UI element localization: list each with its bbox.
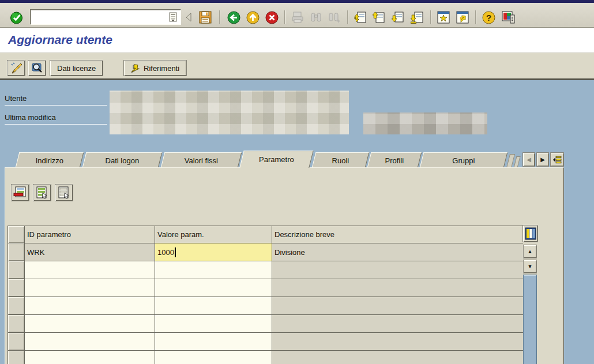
riferimenti-button[interactable]: Riferimenti — [123, 60, 187, 76]
first-page-button[interactable] — [352, 9, 369, 25]
page-up-button[interactable] — [371, 9, 388, 25]
last-page-button[interactable] — [409, 9, 426, 25]
scroll-down-button[interactable]: ▼ — [523, 260, 537, 273]
tab-scroll-left-button[interactable]: ◀ — [522, 152, 535, 167]
row-selector[interactable] — [8, 279, 25, 297]
new-session-button[interactable] — [435, 9, 452, 25]
layout-icon — [501, 10, 516, 24]
param-value-cell[interactable] — [155, 315, 272, 333]
tab-label: Profili — [370, 153, 419, 168]
column-header-description[interactable]: Descrizione breve — [272, 226, 523, 243]
tab-label: Dati logon — [85, 153, 160, 168]
display-button[interactable] — [28, 60, 46, 76]
tab-list-button[interactable] — [550, 152, 564, 167]
param-description-cell — [272, 351, 523, 364]
riferimenti-label: Riferimenti — [144, 64, 179, 73]
param-id-cell[interactable] — [25, 261, 155, 279]
up-button[interactable] — [244, 9, 261, 25]
param-description-cell — [272, 315, 523, 333]
param-value-cell[interactable] — [155, 261, 272, 279]
param-value-cell[interactable] — [155, 333, 272, 351]
magnifier-document-icon — [30, 61, 44, 75]
back-arrow-icon — [227, 10, 241, 25]
column-header-id[interactable]: ID parametro — [25, 226, 155, 243]
hidden-tabs-edge — [514, 156, 521, 168]
param-value-cell[interactable] — [155, 351, 272, 364]
param-value-cell[interactable] — [155, 279, 272, 297]
command-field[interactable] — [30, 9, 181, 25]
param-value-cell[interactable] — [155, 297, 272, 315]
param-id-cell[interactable] — [25, 279, 155, 297]
param-value-cell-focused[interactable]: 1000 — [155, 243, 272, 261]
param-description-cell — [272, 297, 523, 315]
param-id-cell[interactable] — [25, 351, 155, 364]
row-selector[interactable] — [8, 243, 25, 261]
delete-row-icon — [13, 186, 27, 200]
tab-gruppi[interactable]: Gruppi — [420, 152, 508, 168]
tab-indirizzo[interactable]: Indirizzo — [16, 152, 84, 168]
param-id-cell[interactable]: WRK — [25, 243, 155, 261]
back-button[interactable] — [225, 9, 242, 25]
binoculars-icon — [309, 10, 323, 24]
param-id-cell[interactable] — [25, 333, 155, 351]
help-icon: ? — [482, 10, 496, 25]
row-selector[interactable] — [8, 315, 25, 333]
tab-label: Gruppi — [422, 153, 505, 168]
param-value-text: 1000 — [157, 248, 174, 257]
row-selector[interactable] — [8, 333, 25, 351]
param-description-cell — [272, 333, 523, 351]
tab-profili[interactable]: Profili — [367, 152, 422, 168]
user-field-label: Utente — [5, 94, 107, 106]
delete-row-button[interactable] — [11, 184, 29, 201]
cancel-x-icon — [265, 10, 279, 25]
column-header-value[interactable]: Valore param. — [155, 226, 272, 243]
page-last-icon — [411, 10, 424, 24]
dati-licenze-button[interactable]: Dati licenze — [50, 60, 103, 76]
param-id-cell[interactable] — [25, 297, 155, 315]
select-all-button[interactable] — [33, 184, 51, 201]
deselect-all-button[interactable] — [55, 184, 73, 201]
user-value-redacted — [110, 91, 349, 134]
cancel-button[interactable] — [263, 9, 280, 25]
print-icon — [291, 10, 304, 24]
last-modified-value-redacted — [363, 112, 487, 134]
param-id-cell[interactable] — [25, 315, 155, 333]
tab-parametro[interactable]: Parametro — [239, 151, 313, 168]
select-all-rows-cell[interactable] — [8, 226, 25, 243]
param-description-cell — [272, 279, 523, 297]
command-history-icon[interactable] — [169, 12, 178, 22]
enter-button[interactable] — [7, 9, 25, 25]
table-settings-button[interactable] — [522, 225, 538, 242]
toolbar-separator — [430, 10, 431, 24]
row-selector[interactable] — [8, 261, 25, 279]
print-button — [289, 9, 306, 25]
references-arrow-icon — [131, 63, 140, 73]
last-modified-field-label: Ultima modifica — [5, 113, 107, 125]
create-shortcut-button[interactable] — [454, 9, 471, 25]
help-button[interactable]: ? — [480, 9, 497, 25]
row-selector[interactable] — [8, 297, 25, 315]
find-button — [307, 9, 325, 25]
dati-licenze-label: Dati licenze — [57, 64, 96, 73]
save-floppy-icon — [198, 10, 212, 24]
main-area: Utente Ultima modifica Indirizzo Dati lo… — [0, 82, 594, 364]
collapse-toolbar-button[interactable] — [183, 9, 194, 25]
tab-dati-logon[interactable]: Dati logon — [82, 152, 163, 168]
deselect-all-icon — [57, 186, 71, 200]
tab-ruoli[interactable]: Ruoli — [312, 152, 370, 168]
tab-scroll-right-button[interactable]: ▶ — [536, 152, 549, 167]
scrollbar-thumb[interactable] — [523, 275, 537, 364]
customize-layout-button[interactable] — [499, 9, 517, 25]
row-selector[interactable] — [8, 351, 25, 364]
tab-valori-fissi[interactable]: Valori fissi — [161, 152, 242, 168]
param-description-cell: Divisione — [272, 243, 523, 261]
scroll-up-button[interactable]: ▲ — [523, 245, 537, 258]
tab-left-icon: ◀ — [527, 156, 531, 163]
page-down-button[interactable] — [390, 9, 407, 25]
change-button[interactable] — [7, 60, 25, 76]
page-up-icon — [373, 10, 386, 24]
page-first-icon — [354, 10, 367, 24]
toolbar-separator — [284, 10, 285, 24]
scrollbar-track[interactable] — [523, 275, 537, 364]
save-button[interactable] — [197, 9, 214, 25]
